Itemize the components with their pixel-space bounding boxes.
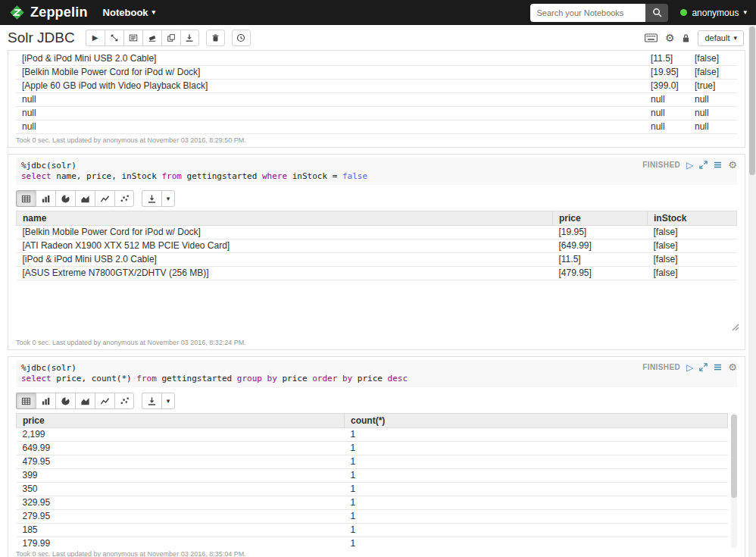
table-cell: [479.95]: [553, 267, 648, 280]
chevron-down-icon: ▾: [167, 196, 170, 202]
table-row: [ATI Radeon X1900 XTX 512 MB PCIE Video …: [17, 239, 737, 253]
clone-note-button[interactable]: [161, 30, 180, 46]
run-paragraph-button[interactable]: ▷: [686, 161, 693, 170]
search-input[interactable]: [530, 4, 645, 22]
table-cell: 1: [345, 428, 728, 442]
note-display-mode-button[interactable]: default ▾: [698, 30, 744, 46]
download-options-button[interactable]: ▾: [161, 190, 175, 207]
code-token: price: [358, 374, 388, 383]
table-cell: 2,199: [17, 428, 345, 442]
status-label: FINISHED: [642, 161, 680, 169]
table-cell: 1: [345, 483, 728, 496]
paragraph-settings-button[interactable]: ⚙: [728, 160, 737, 170]
scatter-chart-button[interactable]: [114, 190, 134, 207]
column-header[interactable]: name: [17, 211, 553, 226]
toggle-output-button[interactable]: [123, 30, 142, 46]
zeppelin-brand[interactable]: Zeppelin: [9, 5, 88, 20]
note-title[interactable]: Solr JDBC: [8, 30, 75, 46]
column-header[interactable]: count(*): [345, 414, 728, 428]
table-row: [iPod & iPod Mini USB 2.0 Cable][11.5][f…: [17, 253, 737, 267]
download-data-button[interactable]: [142, 190, 161, 207]
download-data-button[interactable]: [142, 393, 161, 409]
bar-chart-button[interactable]: [36, 190, 55, 207]
run-all-paragraphs-button[interactable]: ▶: [86, 30, 105, 46]
bar-chart-icon: [41, 194, 51, 204]
column-header[interactable]: price: [17, 414, 345, 428]
table-cell: 329.95: [17, 496, 345, 510]
bar-chart-button[interactable]: [36, 393, 55, 409]
column-header[interactable]: price: [553, 211, 648, 226]
table-view-button[interactable]: [16, 393, 36, 409]
code-token: group by: [237, 374, 283, 383]
code-token: (*): [117, 374, 137, 383]
export-note-button[interactable]: [180, 30, 199, 46]
table-row: 279.951: [17, 510, 728, 524]
zeppelin-app: Zeppelin Notebook ▾ anony: [0, 0, 756, 557]
paragraph-footer: Took 0 sec. Last updated by anonymous at…: [16, 336, 737, 348]
pie-chart-button[interactable]: [55, 393, 75, 409]
permissions-lock-icon[interactable]: [682, 33, 690, 43]
table-cell: 1: [345, 496, 728, 510]
expand-paragraph-button[interactable]: [699, 161, 708, 169]
table-scrollbar[interactable]: [731, 413, 737, 548]
eraser-icon: [148, 33, 157, 42]
notebook-menu[interactable]: Notebook ▾: [103, 7, 155, 18]
toggle-code-button[interactable]: [105, 30, 123, 46]
table-cell: [false]: [689, 52, 737, 66]
resize-handle[interactable]: [732, 321, 739, 334]
bar-chart-icon: [41, 396, 51, 406]
code-token: gettingstarted: [161, 374, 236, 383]
user-name-label: anonymous: [692, 8, 739, 18]
code-token: from: [161, 171, 186, 181]
table-view-button[interactable]: [16, 190, 36, 207]
status-label: FINISHED: [642, 363, 680, 371]
column-header[interactable]: inStock: [648, 211, 737, 226]
table-cell: null: [16, 107, 645, 120]
clear-output-button[interactable]: [142, 30, 161, 46]
code-editor[interactable]: %jdbc(solr) select name, price, inStock …: [16, 158, 737, 185]
page-scrollbar-thumb[interactable]: [749, 27, 755, 175]
search-button[interactable]: [645, 4, 668, 22]
keyboard-shortcuts-icon[interactable]: [645, 33, 658, 42]
code-editor[interactable]: %jdbc(solr) select price, count(*) from …: [16, 360, 737, 387]
scheduler-button[interactable]: [232, 30, 251, 46]
toggle-editor-button[interactable]: [714, 161, 722, 169]
table-cell: [false]: [648, 253, 737, 267]
run-paragraph-button[interactable]: ▷: [686, 363, 693, 372]
pie-chart-button[interactable]: [55, 190, 75, 207]
table-scrollbar-thumb[interactable]: [731, 415, 737, 498]
result-table: [iPod & iPod Mini USB 2.0 Cable][11.5][f…: [16, 52, 737, 134]
table-cell: [19.95]: [553, 226, 648, 239]
line-chart-button[interactable]: [95, 190, 114, 207]
table-cell: null: [645, 93, 689, 107]
table-cell: 399: [17, 469, 345, 483]
table-row: [iPod & iPod Mini USB 2.0 Cable][11.5][f…: [16, 52, 737, 66]
paragraph-footer: Took 0 sec. Last updated by anonymous at…: [16, 134, 737, 146]
area-chart-button[interactable]: [75, 190, 95, 207]
page-scrollbar[interactable]: [748, 25, 756, 557]
table-cell: [11.5]: [645, 52, 689, 66]
interpreter-binding-gear-icon[interactable]: ⚙: [665, 33, 675, 43]
user-menu[interactable]: anonymous ▾: [680, 8, 747, 18]
delete-note-button[interactable]: [206, 30, 225, 46]
download-options-button[interactable]: ▾: [161, 393, 175, 409]
table-cell: 279.95: [17, 510, 345, 524]
download-group: ▾: [142, 190, 175, 207]
table-cell: 1: [345, 455, 728, 469]
code-line-sql: select price, count(*) from gettingstart…: [21, 374, 732, 384]
table-row: nullnullnull: [16, 93, 737, 107]
area-chart-icon: [80, 396, 90, 406]
table-row: 479.951: [17, 455, 728, 469]
toggle-editor-button[interactable]: [714, 363, 722, 371]
table-cell: 1: [345, 469, 728, 483]
note-body: [iPod & iPod Mini USB 2.0 Cable][11.5][f…: [0, 50, 756, 557]
table-row: nullnullnull: [16, 120, 737, 134]
line-chart-button[interactable]: [95, 393, 114, 409]
paragraph-settings-button[interactable]: ⚙: [728, 362, 737, 372]
display-toolbar: ▾: [16, 393, 737, 409]
area-chart-button[interactable]: [75, 393, 95, 409]
scatter-chart-button[interactable]: [114, 393, 134, 409]
table-cell: 479.95: [17, 455, 345, 469]
expand-paragraph-button[interactable]: [699, 363, 708, 371]
code-line-interpreter: %jdbc(solr): [21, 363, 732, 374]
